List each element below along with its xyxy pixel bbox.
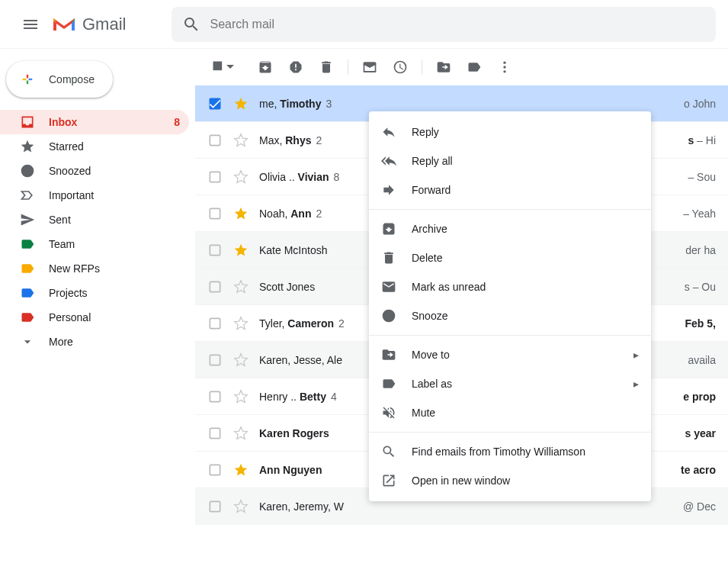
mail-sender: Scott Jones: [259, 281, 315, 293]
ctx-mark-unread[interactable]: Mark as unread: [369, 272, 651, 301]
sidebar-item-starred[interactable]: Starred: [0, 134, 189, 159]
star-icon[interactable]: [233, 316, 249, 331]
sidebar-item-projects[interactable]: Projects: [0, 281, 189, 305]
mail-checkbox[interactable]: [207, 133, 223, 148]
mail-checkbox[interactable]: [207, 426, 223, 441]
mail-preview: – Sou: [688, 171, 716, 183]
star-icon[interactable]: [233, 133, 249, 148]
plus-icon: [17, 69, 38, 90]
mail-checkbox[interactable]: [207, 462, 223, 478]
mail-checkbox[interactable]: [207, 352, 223, 368]
clock-icon: [20, 163, 35, 179]
star-icon[interactable]: [233, 279, 249, 294]
star-icon[interactable]: [233, 206, 249, 221]
mail-sender: Kate McIntosh: [259, 244, 328, 256]
mail-sender: Max, Rhys2: [259, 134, 322, 146]
svg-rect-13: [210, 428, 220, 438]
archive-button[interactable]: [250, 52, 281, 82]
mail-sender: Karen, Jeremy, W: [259, 500, 344, 513]
spam-button[interactable]: [281, 52, 311, 82]
mail-sender: Karen, Jesse, Ale: [259, 354, 342, 366]
sidebar-item-important[interactable]: Important: [0, 183, 189, 208]
ctx-reply[interactable]: Reply: [369, 117, 651, 146]
sidebar-item-snoozed[interactable]: Snoozed: [0, 159, 189, 183]
sidebar-label: Starred: [49, 140, 84, 153]
search-icon: [381, 444, 396, 459]
mail-preview: der ha: [685, 244, 716, 256]
sidebar-label: Sent: [49, 214, 71, 226]
hamburger-menu-icon[interactable]: [12, 6, 49, 43]
sidebar-count: 8: [174, 116, 180, 128]
mail-checkbox[interactable]: [207, 243, 223, 258]
mail-checkbox[interactable]: [207, 169, 223, 185]
svg-rect-15: [210, 501, 220, 511]
mail-checkbox[interactable]: [207, 389, 223, 404]
sidebar-label: Snoozed: [49, 165, 91, 177]
sidebar-item-personal[interactable]: Personal: [0, 305, 189, 330]
ctx-mute[interactable]: Mute: [369, 398, 651, 427]
open-window-icon: [381, 473, 396, 488]
mail-checkbox[interactable]: [207, 96, 223, 111]
star-icon[interactable]: [233, 352, 249, 368]
star-icon[interactable]: [233, 169, 249, 185]
search-bar[interactable]: [172, 7, 716, 42]
svg-rect-7: [210, 208, 220, 218]
mail-sender: Ann Nguyen: [259, 464, 322, 476]
sidebar-label: New RFPs: [49, 262, 100, 275]
sidebar-item-inbox[interactable]: Inbox8: [0, 110, 189, 134]
star-icon[interactable]: [233, 499, 249, 514]
mail-preview: e prop: [683, 391, 716, 403]
ctx-forward[interactable]: Forward: [369, 175, 651, 204]
star-icon[interactable]: [233, 389, 249, 404]
search-icon: [182, 15, 200, 34]
ctx-snooze[interactable]: Snooze: [369, 301, 651, 330]
folder-move-icon: [381, 347, 396, 362]
archive-icon: [381, 221, 396, 236]
mail-sender: Olivia .. Vivian8: [259, 171, 339, 183]
sidebar-item-new-rfps[interactable]: New RFPs: [0, 256, 189, 281]
ctx-open-window[interactable]: Open in new window: [369, 466, 651, 495]
sidebar-item-more[interactable]: More: [0, 330, 189, 354]
mail-sender: me, Timothy3: [259, 98, 332, 110]
sidebar-item-sent[interactable]: Sent: [0, 208, 189, 232]
svg-point-1: [503, 62, 505, 64]
labels-button[interactable]: [459, 52, 489, 82]
sidebar-label: Personal: [49, 311, 91, 323]
mail-preview: o John: [684, 98, 716, 110]
trash-icon: [381, 250, 396, 265]
star-icon[interactable]: [233, 243, 249, 258]
mail-checkbox[interactable]: [207, 279, 223, 294]
reply-icon: [381, 124, 396, 140]
mail-checkbox[interactable]: [207, 206, 223, 221]
search-input[interactable]: [210, 18, 705, 31]
star-icon[interactable]: [233, 462, 249, 478]
delete-button[interactable]: [311, 52, 342, 82]
select-dropdown-button[interactable]: [207, 52, 238, 82]
chevron-right-icon: ▸: [633, 349, 639, 361]
ctx-move-to[interactable]: Move to▸: [369, 340, 651, 369]
mail-preview: – Yeah: [683, 208, 716, 220]
more-button[interactable]: [489, 52, 520, 82]
sent-icon: [20, 212, 35, 227]
svg-rect-0: [213, 62, 223, 71]
mail-preview: s – Ou: [685, 281, 716, 293]
sidebar-label: Team: [49, 238, 75, 250]
compose-button[interactable]: Compose: [6, 61, 113, 98]
svg-rect-6: [210, 172, 220, 182]
snooze-button[interactable]: [385, 52, 415, 82]
mark-unread-button[interactable]: [354, 52, 385, 82]
star-icon[interactable]: [233, 426, 249, 441]
mail-checkbox[interactable]: [207, 316, 223, 331]
ctx-delete[interactable]: Delete: [369, 243, 651, 272]
ctx-find-emails[interactable]: Find emails from Timothy Williamson: [369, 437, 651, 466]
ctx-archive[interactable]: Archive: [369, 214, 651, 243]
star-icon[interactable]: [233, 96, 249, 111]
context-menu: Reply Reply all Forward Archive Delete M…: [369, 111, 651, 501]
ctx-label-as[interactable]: Label as▸: [369, 369, 651, 398]
sidebar-item-team[interactable]: Team: [0, 232, 189, 256]
sidebar-label: Important: [49, 189, 94, 201]
star-icon: [20, 139, 35, 154]
ctx-reply-all[interactable]: Reply all: [369, 146, 651, 175]
mail-checkbox[interactable]: [207, 499, 223, 514]
move-to-button[interactable]: [428, 52, 459, 82]
